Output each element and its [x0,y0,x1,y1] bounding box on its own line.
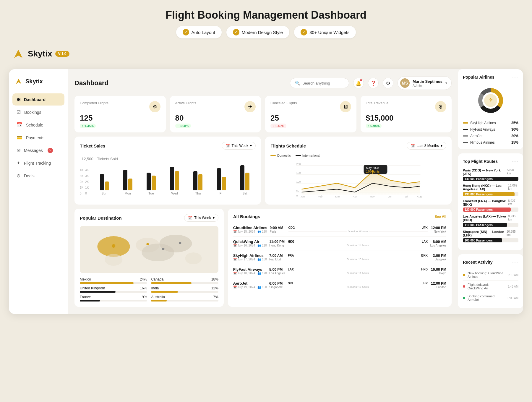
country-item-mexico: Mexico 24% [80,277,147,284]
see-all-button[interactable]: See All [434,215,446,219]
search-box[interactable]: 🔍 [290,78,349,88]
popular-airlines-menu[interactable]: ··· [512,74,518,80]
booking-row[interactable]: SkyHigh Airlines 📅 July 17, 2024 👥 180 7… [233,250,446,264]
booking-row[interactable]: CloudNine Airlines 📅 July 15, 2024 👥 190… [233,223,446,236]
booking-airline-info: AeroJet 📅 July 19, 2024 👥 150 [233,281,267,289]
badge-autolayout: ✓ Auto Layout [176,26,222,38]
sidebar-item-payments[interactable]: 💳 Payments [12,132,64,144]
sidebar-label-messages: Messages [24,148,43,153]
svg-text:200: 200 [296,163,301,166]
stat-label-revenue: Total Revenue [366,101,389,105]
top-routes-header: Top Flight Routes ··· [463,158,518,164]
svg-text:50: 50 [296,189,299,192]
settings-button[interactable]: ⚙ [383,78,393,88]
page-title: Flight Booking Management Dashboard [9,9,523,21]
stat-card-active: Active Flights ✈ 80 ↑3.68% [170,96,261,132]
country-bar-list: Mexico 24% Canada 18% [80,277,218,302]
booking-row[interactable]: QuickWing Air 📅 July 16, 2024 👥 210 11:0… [233,236,446,250]
svg-text:May 2028: May 2028 [366,166,379,170]
sidebar-item-dashboard[interactable]: ⊞ Dashboard [12,93,64,106]
airline-dot-aerojet [463,135,468,137]
search-input[interactable] [302,81,344,85]
user-area[interactable]: MS Martin Septimus Admin ▾ [398,76,452,90]
popular-airlines-header: Popular Airlines ··· [463,74,518,80]
bottom-row: Popular Destination 📅 This Week ▾ [74,209,452,307]
main-header-right: 🔍 🔔 ❓ ⚙ MS Martin Septimus Admin ▾ [290,76,452,90]
booking-route: HKGLAX Duration: 14 hours [288,240,428,247]
schedule-icon: 📅 [17,122,22,128]
sidebar-item-messages[interactable]: ✉ Messages 5 [12,144,64,156]
booking-row[interactable]: FlyFast Airways 📅 July 18, 2024 👥 170 5:… [233,264,446,278]
bar-group: Thu [187,164,209,195]
brand-version: V 1.0 [55,51,69,57]
booking-row[interactable]: AeroJet 📅 July 19, 2024 👥 150 6:00 PM Si… [233,278,446,292]
bar-chart: 4K3K2K1K0SunMonTueWedThuFriSat [85,166,256,195]
stat-change-canceled: ↓1.45% [270,124,286,128]
recent-activity-panel: Recent Activity ··· New booking: CloudNi… [458,254,523,308]
booking-arr: 12:00 PM London [430,281,446,289]
user-info: Martin Septimus Admin [413,79,442,87]
help-button[interactable]: ❓ [368,78,379,88]
sidebar-item-bookings[interactable]: ☑ Bookings [12,106,64,118]
notification-button[interactable]: 🔔 [353,78,364,88]
sidebar-item-flight-tracking[interactable]: ✈ Flight Tracking [12,157,64,169]
airline-item-nimbus: Nimbus Airlines 15% [463,140,518,145]
airline-dot-flyfast [463,129,468,130]
booking-arr: 8:00 AM Los Angeles [430,240,446,247]
stat-icon-revenue: $ [435,101,446,112]
airline-name-skyhigh: SkyHigh Airlines [470,121,511,125]
bar-chart-container: 4K3K2K1K0 4K3K2K1K0SunMonTueWedThuFriSat [80,166,256,195]
badge-widgets-label: 30+ Unique Widgets [309,30,350,35]
flight-tracking-icon: ✈ [17,160,20,166]
main-title: Dashboard [74,79,108,87]
user-name: Martin Septimus [413,79,442,84]
activity-list: New booking: CloudNine Airlines 2:10 AM … [463,269,518,304]
stat-change-completed: ↑1.35% [80,124,96,128]
legend-international: International [296,154,320,157]
airline-pct-skyhigh: 35% [511,121,518,125]
sidebar-brand-name: Skytix [25,78,43,85]
middle-row: Ticket Sales 📅 This Week ▾ 12,500 Ticket… [74,137,452,205]
sidebar-item-schedule[interactable]: 📅 Schedule [12,119,64,131]
badge-widgets: ✓ 30+ Unique Widgets [294,26,356,38]
booking-arr: 3:00 PM Bangkok [430,254,446,261]
line-chart-svg: 200 150 100 50 0 [270,160,446,198]
ticket-count: 12,500 Tickets Sold [80,154,256,162]
country-item-australia: Australia 7% [151,295,218,302]
airline-list: SkyHigh Airlines 35% FlyFast Airways 30%… [463,121,518,145]
svg-text:Mar: Mar [335,195,340,198]
ticket-sales-filter[interactable]: 📅 This Week ▾ [222,142,256,150]
page-header: Flight Booking Management Dashboard ✓ Au… [9,9,523,38]
flights-schedule-header: Flights Schedule 📅 Last 8 Months ▾ [270,142,446,150]
popular-destination-filter[interactable]: 📅 This Week ▾ [184,214,218,222]
flights-schedule-filter[interactable]: 📅 Last 8 Months ▾ [407,142,446,150]
top-routes-title: Top Flight Routes [463,159,498,164]
booking-arr: 10:00 PM Tokyo [430,268,446,275]
svg-text:Apr: Apr [353,195,357,198]
booking-airline-info: FlyFast Airways 📅 July 18, 2024 👥 170 [233,267,267,275]
stat-value-revenue: $15,000 [366,114,447,122]
popular-airlines-panel: Popular Airlines ··· [458,69,523,149]
line-chart-wrapper: 200 150 100 50 0 [270,160,446,199]
svg-point-32 [146,243,149,245]
airline-pct-aerojet: 20% [511,134,518,138]
svg-text:Jul: Jul [405,195,408,198]
route-item: Paris (CDG) — New York (JFK) 5,834 km 14… [463,168,518,181]
svg-text:Aug: Aug [417,195,422,198]
svg-point-33 [162,248,164,250]
country-item-canada: Canada 18% [151,277,218,284]
sidebar-item-deals[interactable]: ⊙ Deals [12,170,64,182]
recent-activity-menu[interactable]: ··· [512,259,518,265]
country-item-india: India 12% [151,286,218,293]
airline-item-aerojet: AeroJet 20% [463,134,518,138]
booking-route: CDGJFK Duration: 8 hours [288,226,428,233]
svg-point-30 [185,252,202,264]
stat-card-revenue: Total Revenue $ $15,000 ↑5.94% [361,96,452,132]
bar-group: Tue [140,164,162,195]
top-routes-menu[interactable]: ··· [512,158,518,164]
airline-dot-nimbus [463,142,468,143]
activity-item: Booking confirmed: AeroJet 5:00 AM [463,292,518,304]
svg-text:Jun: Jun [388,195,392,198]
popular-destination-title: Popular Destination [80,215,122,221]
notification-dot [360,79,362,81]
